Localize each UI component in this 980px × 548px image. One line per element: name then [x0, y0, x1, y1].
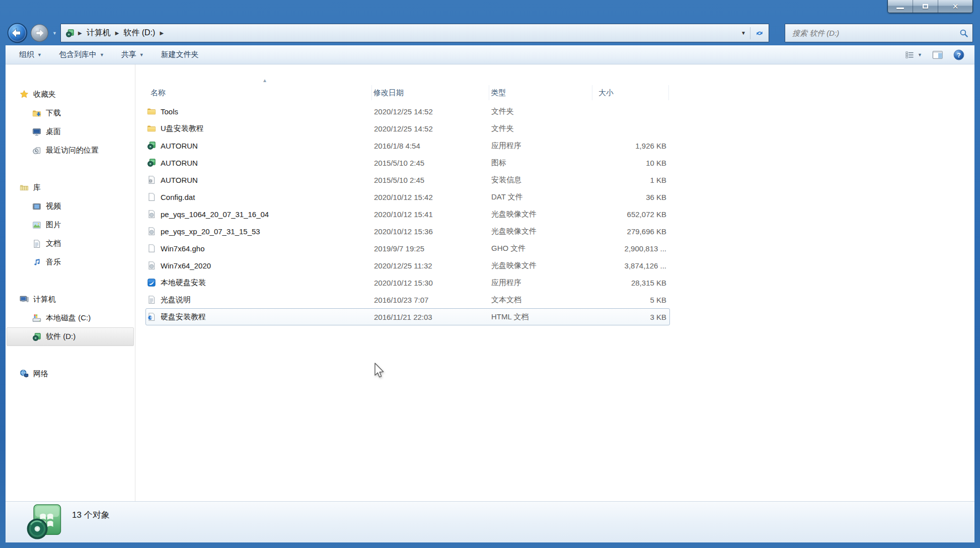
videos-icon [32, 202, 41, 211]
share-button[interactable]: 共享 ▼ [116, 47, 149, 62]
file-date-modified: 2020/12/25 11:32 [372, 261, 490, 270]
title-bar[interactable]: ✕ [0, 0, 980, 23]
sidebar-group-header-libraries[interactable]: 库 [6, 178, 135, 197]
minimize-button[interactable] [888, 0, 913, 13]
file-row[interactable]: Win7x64.gho2019/9/7 19:25GHO 文件2,900,813… [145, 240, 670, 257]
documents-icon [32, 239, 41, 248]
file-row[interactable]: AUTORUN2015/5/10 2:45安装信息1 KB [145, 171, 670, 188]
file-size: 1,926 KB [593, 142, 669, 150]
navigation-bar: ▼ ▶ 计算机 ▶ 软件 (D:) ▶ ▼ [0, 23, 980, 45]
gho-file-icon [147, 244, 156, 253]
text-file-icon [147, 295, 156, 304]
file-row[interactable]: Win7x64_20202020/12/25 11:32光盘映像文件3,874,… [145, 257, 670, 274]
address-bar[interactable]: ▶ 计算机 ▶ 软件 (D:) ▶ ▼ [60, 24, 769, 42]
file-row[interactable]: Config.dat2020/10/12 15:42DAT 文件36 KB [145, 188, 670, 206]
preview-pane-button[interactable] [932, 50, 943, 59]
column-header-date-modified[interactable]: 修改日期 [372, 85, 489, 100]
file-row[interactable]: 硬盘安装教程2016/11/21 22:03HTML 文档3 KB [145, 308, 670, 325]
file-row[interactable]: pe_yqs_xp_20_07_31_15_532020/10/12 15:36… [145, 223, 670, 240]
file-type: 安装信息 [490, 175, 593, 185]
sidebar-group-header-favorites[interactable]: 收藏夹 [6, 85, 135, 104]
file-date-modified: 2020/10/12 15:42 [372, 193, 490, 201]
file-name-cell: 光盘说明 [146, 295, 372, 305]
main-panel: 组织 ▼ 包含到库中 ▼ 共享 ▼ 新建文件夹 ▼ ? [6, 45, 974, 542]
close-button[interactable]: ✕ [938, 0, 972, 13]
sidebar-item-downloads[interactable]: 下载 [7, 104, 134, 122]
forward-button[interactable] [30, 24, 49, 42]
search-box[interactable] [785, 24, 973, 42]
help-button[interactable]: ? [953, 49, 964, 60]
file-row[interactable]: 本地硬盘安装2020/10/12 15:30应用程序28,315 KB [145, 274, 670, 291]
chevron-down-icon: ▼ [100, 52, 104, 57]
address-history-dropdown[interactable]: ▼ [737, 30, 750, 36]
sidebar-item-drive-d[interactable]: 软件 (D:) [7, 327, 134, 346]
file-date-modified: 2020/10/12 15:36 [372, 227, 490, 236]
file-row[interactable]: Tools2020/12/25 14:52文件夹 [145, 103, 670, 120]
file-row[interactable]: AUTORUN2015/5/10 2:45图标10 KB [145, 154, 670, 171]
file-name: Config.dat [161, 193, 195, 201]
sidebar-item-pictures[interactable]: 图片 [7, 216, 134, 234]
back-button[interactable] [7, 23, 28, 43]
column-header-type[interactable]: 类型 [489, 85, 592, 100]
file-type: HTML 文档 [490, 312, 593, 322]
sidebar-item-local-disk-c[interactable]: 本地磁盘 (C:) [7, 309, 134, 327]
maximize-button[interactable] [913, 0, 938, 13]
dat-file-icon [147, 192, 156, 201]
close-icon: ✕ [952, 3, 959, 10]
sidebar-item-recent-places[interactable]: 最近访问的位置 [7, 141, 134, 160]
sidebar-group-header-network[interactable]: 网络 [6, 364, 135, 383]
breadcrumb-separator: ▶ [78, 30, 82, 36]
file-row[interactable]: pe_yqs_1064_20_07_31_16_042020/10/12 15:… [145, 206, 670, 223]
refresh-button[interactable] [750, 29, 769, 38]
file-name: AUTORUN [161, 159, 198, 167]
sidebar-item-music[interactable]: 音乐 [7, 253, 134, 271]
file-name: AUTORUN [161, 176, 198, 184]
file-row[interactable]: AUTORUN2016/1/8 4:54应用程序1,926 KB [145, 137, 670, 154]
drive-d-icon [65, 29, 74, 38]
file-date-modified: 2016/11/21 22:03 [372, 313, 490, 321]
sidebar-item-label: 软件 (D:) [46, 332, 76, 341]
file-date-modified: 2016/10/23 7:07 [372, 296, 490, 304]
window-controls: ✕ [887, 0, 973, 13]
mouse-cursor [371, 362, 385, 381]
file-type: 图标 [490, 158, 593, 168]
organize-button[interactable]: 组织 ▼ [14, 47, 47, 62]
sort-ascending-icon: ▲ [262, 78, 267, 83]
file-date-modified: 2015/5/10 2:45 [372, 159, 490, 167]
new-folder-button[interactable]: 新建文件夹 [156, 47, 204, 62]
blue-application-icon [147, 278, 156, 287]
maximize-icon [923, 4, 928, 9]
sidebar-item-label: 桌面 [46, 127, 61, 136]
file-type: 光盘映像文件 [490, 210, 593, 219]
file-type: GHO 文件 [490, 244, 593, 253]
file-row[interactable]: 光盘说明2016/10/23 7:07文本文档5 KB [145, 291, 670, 308]
change-view-button[interactable]: ▼ [906, 50, 922, 59]
file-name-cell: 本地硬盘安装 [146, 278, 372, 288]
details-pane: 13 个对象 [6, 501, 974, 542]
recent-pages-dropdown[interactable]: ▼ [52, 31, 57, 36]
file-date-modified: 2016/1/8 4:54 [372, 142, 490, 150]
sidebar-item-documents[interactable]: 文档 [7, 234, 134, 253]
search-input[interactable] [791, 28, 959, 38]
sidebar-item-desktop[interactable]: 桌面 [7, 122, 134, 141]
sidebar-group-header-computer[interactable]: 计算机 [6, 290, 135, 309]
breadcrumb-item-computer[interactable]: 计算机 [86, 27, 112, 39]
chevron-down-icon: ▼ [139, 52, 144, 57]
file-size: 5 KB [593, 296, 669, 304]
file-type: 光盘映像文件 [490, 261, 593, 270]
file-name: Tools [161, 107, 178, 116]
sidebar-group-label: 网络 [33, 369, 48, 379]
sidebar-item-label: 文档 [46, 239, 61, 248]
sidebar-item-videos[interactable]: 视频 [7, 197, 134, 216]
search-icon [959, 29, 968, 38]
file-row[interactable]: U盘安装教程2020/12/25 14:52文件夹 [145, 120, 670, 137]
column-header-size[interactable]: 大小 [592, 85, 669, 100]
pictures-icon [32, 221, 41, 230]
breadcrumb-item-drive-d[interactable]: 软件 (D:) [122, 27, 156, 39]
include-in-library-button[interactable]: 包含到库中 ▼ [53, 47, 110, 62]
column-header-name[interactable]: 名称 [145, 85, 372, 100]
local-disk-icon [32, 314, 41, 323]
folder-icon [147, 124, 156, 133]
network-icon [20, 369, 29, 378]
explorer-window: ✕ ▼ ▶ 计算机 ▶ 软件 (D:) ▶ ▼ [0, 0, 980, 548]
